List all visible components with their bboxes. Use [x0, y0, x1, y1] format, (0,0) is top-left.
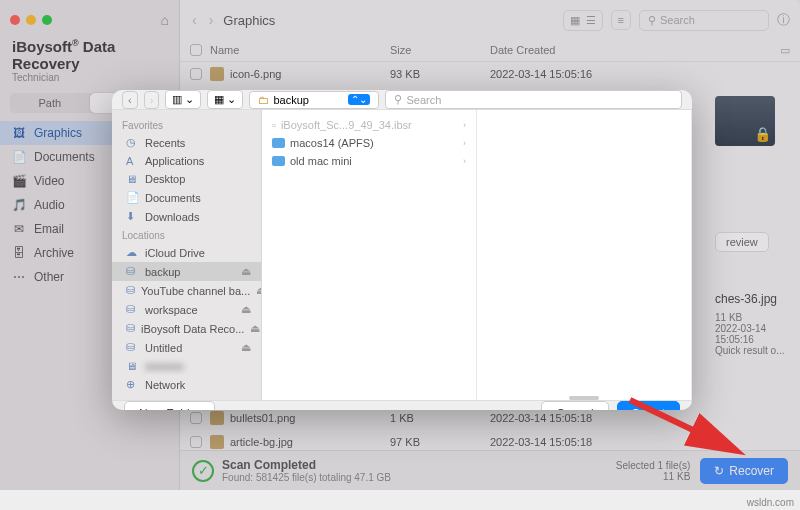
eject-icon[interactable]: ⏏ — [241, 341, 251, 354]
sidebar-item-icloud-drive[interactable]: ☁iCloud Drive — [112, 243, 261, 262]
sidebar-item-iboysoft-data-reco-[interactable]: ⛁iBoysoft Data Reco...⏏ — [112, 319, 261, 338]
sidebar-item-hidden[interactable]: 🖥xxxxxxx — [112, 357, 261, 375]
sidebar-item-youtube-channel-ba-[interactable]: ⛁YouTube channel ba...⏏ — [112, 281, 261, 300]
dialog-toolbar: ‹ › ▥ ⌄ ▦ ⌄ 🗀 backup ⌃⌄ ⚲ Search — [112, 90, 692, 110]
dialog-view-columns[interactable]: ▥ ⌄ — [165, 90, 201, 109]
sidebar-icon: ◷ — [126, 136, 139, 149]
sidebar-icon: A — [126, 155, 139, 167]
dropdown-arrows-icon: ⌃⌄ — [348, 94, 370, 105]
dialog-column-1[interactable]: ▫iBoysoft_Sc...9_49_34.ibsr›macos14 (APF… — [262, 110, 477, 400]
sidebar-item-workspace[interactable]: ⛁workspace⏏ — [112, 300, 261, 319]
eject-icon[interactable]: ⏏ — [250, 322, 260, 335]
dialog-location-dropdown[interactable]: 🗀 backup ⌃⌄ — [249, 91, 379, 109]
chevron-right-icon: › — [463, 120, 466, 130]
sidebar-icon: ⛁ — [126, 303, 139, 316]
list-item: ▫iBoysoft_Sc...9_49_34.ibsr› — [262, 116, 476, 134]
sidebar-icon: ⛁ — [126, 265, 139, 278]
sidebar-item-downloads[interactable]: ⬇Downloads — [112, 207, 261, 226]
new-folder-button[interactable]: New Folder — [124, 401, 215, 410]
dialog-group-menu[interactable]: ▦ ⌄ — [207, 90, 243, 109]
sidebar-item-applications[interactable]: AApplications — [112, 152, 261, 170]
list-item[interactable]: old mac mini› — [262, 152, 476, 170]
sidebar-icon: ⊕ — [126, 378, 139, 391]
sidebar-icon: ⛁ — [126, 284, 135, 297]
dialog-footer: New Folder Cancel Select — [112, 400, 692, 410]
folder-icon — [272, 156, 285, 166]
sidebar-item-backup[interactable]: ⛁backup⏏ — [112, 262, 261, 281]
save-dialog: ‹ › ▥ ⌄ ▦ ⌄ 🗀 backup ⌃⌄ ⚲ Search Favorit… — [112, 90, 692, 410]
sidebar-item-network[interactable]: ⊕Network — [112, 375, 261, 394]
sidebar-icon: ⬇ — [126, 210, 139, 223]
resize-handle[interactable] — [569, 396, 599, 400]
dialog-forward-icon[interactable]: › — [144, 91, 160, 109]
dialog-back-icon[interactable]: ‹ — [122, 91, 138, 109]
sidebar-icon: ⛁ — [126, 322, 135, 335]
sidebar-item-recents[interactable]: ◷Recents — [112, 133, 261, 152]
sidebar-icon: 🖥 — [126, 173, 139, 185]
folder-icon — [272, 138, 285, 148]
search-icon: ⚲ — [394, 93, 402, 106]
favorites-header: Favorites — [112, 116, 261, 133]
sidebar-item-untitled[interactable]: ⛁Untitled⏏ — [112, 338, 261, 357]
sidebar-item-desktop[interactable]: 🖥Desktop — [112, 170, 261, 188]
select-button[interactable]: Select — [617, 401, 680, 410]
eject-icon[interactable]: ⏏ — [256, 284, 261, 297]
dialog-column-view: ▫iBoysoft_Sc...9_49_34.ibsr›macos14 (APF… — [262, 110, 692, 400]
sidebar-item-documents[interactable]: 📄Documents — [112, 188, 261, 207]
eject-icon[interactable]: ⏏ — [241, 265, 251, 278]
folder-icon: 🗀 — [258, 94, 269, 106]
sidebar-icon: 🖥 — [126, 360, 139, 372]
chevron-right-icon: › — [463, 156, 466, 166]
sidebar-icon: ☁ — [126, 246, 139, 259]
locations-header: Locations — [112, 226, 261, 243]
sidebar-icon: ⛁ — [126, 341, 139, 354]
file-icon: ▫ — [272, 119, 276, 131]
dialog-column-2[interactable] — [477, 110, 692, 400]
dialog-sidebar: Favorites ◷RecentsAApplications🖥Desktop📄… — [112, 110, 262, 400]
dialog-search-input[interactable]: ⚲ Search — [385, 90, 682, 109]
list-item[interactable]: macos14 (APFS)› — [262, 134, 476, 152]
chevron-right-icon: › — [463, 138, 466, 148]
cancel-button[interactable]: Cancel — [541, 401, 608, 410]
sidebar-icon: 📄 — [126, 191, 139, 204]
watermark: wsldn.com — [747, 497, 794, 508]
eject-icon[interactable]: ⏏ — [241, 303, 251, 316]
